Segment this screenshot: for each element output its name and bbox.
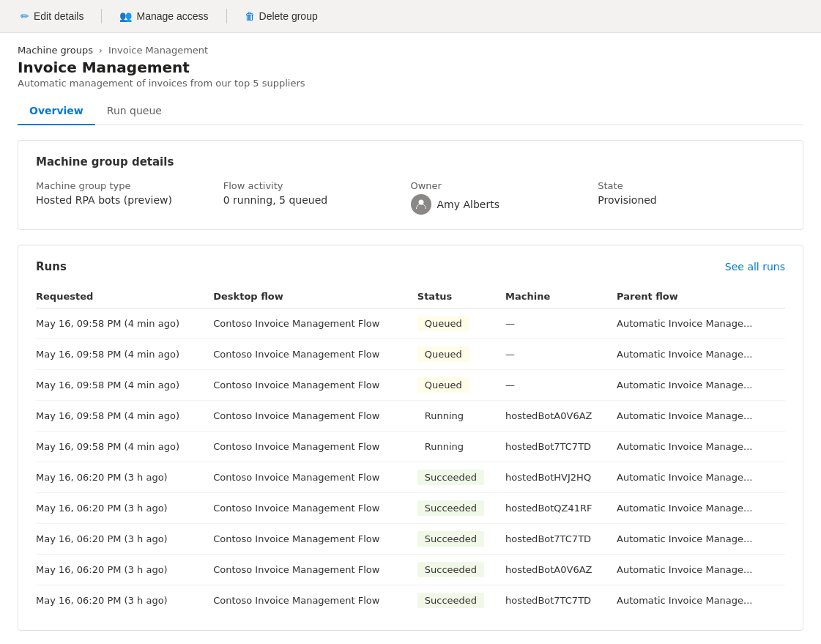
cell-desktop-flow: Contoso Invoice Management Flow — [213, 339, 417, 370]
table-row: May 16, 09:58 PM (4 min ago) Contoso Inv… — [36, 401, 785, 432]
see-all-runs-link[interactable]: See all runs — [725, 261, 785, 273]
table-row: May 16, 06:20 PM (3 h ago) Contoso Invoi… — [36, 555, 785, 585]
status-badge: Succeeded — [417, 562, 484, 577]
status-badge: Succeeded — [417, 500, 484, 516]
cell-requested: May 16, 09:58 PM (4 min ago) — [36, 308, 213, 339]
table-row: May 16, 09:58 PM (4 min ago) Contoso Inv… — [36, 339, 785, 370]
type-label: Machine group type — [36, 180, 223, 191]
machine-group-details-card: Machine group details Machine group type… — [18, 140, 803, 230]
type-value: Hosted RPA bots (preview) — [36, 194, 223, 206]
cell-status: Queued — [417, 370, 505, 401]
manage-access-label: Manage access — [136, 10, 208, 22]
state-label: State — [598, 180, 785, 191]
cell-status: Queued — [417, 308, 505, 339]
cell-machine: hostedBotA0V6AZ — [505, 555, 617, 585]
table-row: May 16, 06:20 PM (3 h ago) Contoso Invoi… — [36, 493, 785, 524]
cell-requested: May 16, 09:58 PM (4 min ago) — [36, 339, 213, 370]
cell-desktop-flow: Contoso Invoice Management Flow — [213, 462, 417, 493]
delete-group-button[interactable]: 🗑 Delete group — [236, 6, 327, 26]
breadcrumb-parent-link[interactable]: Machine groups — [18, 45, 93, 56]
owner-label: Owner — [411, 180, 598, 191]
edit-icon: ✏ — [21, 10, 29, 22]
cell-parent-flow: Automatic Invoice Manage... — [617, 432, 785, 462]
cell-status: Succeeded — [417, 462, 505, 493]
status-badge: Queued — [417, 316, 469, 331]
table-row: May 16, 09:58 PM (4 min ago) Contoso Inv… — [36, 370, 785, 401]
col-parent-flow: Parent flow — [617, 285, 785, 308]
col-status: Status — [417, 285, 505, 308]
page-header: Machine groups › Invoice Management Invo… — [0, 33, 821, 89]
cell-parent-flow: Automatic Invoice Manage... — [617, 462, 785, 493]
cell-parent-flow: Automatic Invoice Manage... — [617, 308, 785, 339]
cell-parent-flow: Automatic Invoice Manage... — [617, 401, 785, 432]
cell-desktop-flow: Contoso Invoice Management Flow — [213, 401, 417, 432]
tab-run-queue-label: Run queue — [107, 105, 162, 116]
cell-parent-flow: Automatic Invoice Manage... — [617, 339, 785, 370]
cell-machine: — — [505, 370, 617, 401]
flow-activity-label: Flow activity — [223, 180, 411, 191]
status-badge: Succeeded — [417, 470, 484, 485]
cell-requested: May 16, 06:20 PM (3 h ago) — [36, 555, 213, 585]
runs-table-header: Requested Desktop flow Status Machine Pa… — [36, 285, 785, 308]
runs-table: Requested Desktop flow Status Machine Pa… — [36, 285, 785, 615]
runs-card: Runs See all runs Requested Desktop flow… — [18, 245, 803, 631]
cell-machine: hostedBotA0V6AZ — [505, 401, 617, 432]
cell-machine: hostedBot7TC7TD — [505, 524, 617, 555]
status-badge: Queued — [417, 377, 469, 393]
cell-requested: May 16, 09:58 PM (4 min ago) — [36, 401, 213, 432]
col-desktop-flow: Desktop flow — [213, 285, 417, 308]
cell-requested: May 16, 09:58 PM (4 min ago) — [36, 432, 213, 462]
owner-value: Amy Alberts — [437, 199, 499, 210]
flow-activity-value: 0 running, 5 queued — [223, 194, 411, 206]
table-row: May 16, 06:20 PM (3 h ago) Contoso Invoi… — [36, 524, 785, 555]
tab-overview-label: Overview — [29, 105, 83, 116]
detail-type-col: Machine group type Hosted RPA bots (prev… — [36, 180, 223, 215]
delete-icon: 🗑 — [245, 10, 255, 22]
table-row: May 16, 06:20 PM (3 h ago) Contoso Invoi… — [36, 585, 785, 616]
cell-parent-flow: Automatic Invoice Manage... — [617, 585, 785, 616]
details-row: Machine group type Hosted RPA bots (prev… — [36, 180, 785, 215]
cell-machine: hostedBot7TC7TD — [505, 585, 617, 616]
delete-group-label: Delete group — [259, 10, 318, 22]
edit-details-label: Edit details — [34, 10, 83, 22]
cell-desktop-flow: Contoso Invoice Management Flow — [213, 308, 417, 339]
table-row: May 16, 06:20 PM (3 h ago) Contoso Invoi… — [36, 462, 785, 493]
cell-parent-flow: Automatic Invoice Manage... — [617, 555, 785, 585]
cell-desktop-flow: Contoso Invoice Management Flow — [213, 585, 417, 616]
breadcrumb-separator: › — [99, 45, 103, 56]
page-title: Invoice Management — [18, 59, 803, 76]
cell-status: Succeeded — [417, 524, 505, 555]
manage-access-button[interactable]: 👥 Manage access — [111, 6, 217, 26]
runs-table-body: May 16, 09:58 PM (4 min ago) Contoso Inv… — [36, 308, 785, 616]
cell-desktop-flow: Contoso Invoice Management Flow — [213, 555, 417, 585]
cell-status: Queued — [417, 339, 505, 370]
cell-status: Running — [417, 432, 505, 462]
header-row: Requested Desktop flow Status Machine Pa… — [36, 285, 785, 308]
page-subtitle: Automatic management of invoices from ou… — [18, 78, 803, 89]
tab-run-queue[interactable]: Run queue — [95, 97, 174, 125]
cell-desktop-flow: Contoso Invoice Management Flow — [213, 432, 417, 462]
cell-status: Succeeded — [417, 585, 505, 616]
machine-group-details-title: Machine group details — [36, 155, 785, 169]
edit-details-button[interactable]: ✏ Edit details — [12, 6, 92, 26]
manage-access-icon: 👥 — [119, 10, 132, 22]
status-badge: Running — [417, 439, 471, 454]
cell-requested: May 16, 06:20 PM (3 h ago) — [36, 585, 213, 616]
cell-requested: May 16, 06:20 PM (3 h ago) — [36, 462, 213, 493]
col-requested: Requested — [36, 285, 213, 308]
table-row: May 16, 09:58 PM (4 min ago) Contoso Inv… — [36, 308, 785, 339]
table-row: May 16, 09:58 PM (4 min ago) Contoso Inv… — [36, 432, 785, 462]
cell-desktop-flow: Contoso Invoice Management Flow — [213, 524, 417, 555]
cell-machine: hostedBotHVJ2HQ — [505, 462, 617, 493]
detail-owner-col: Owner Amy Alberts — [411, 180, 598, 215]
cell-requested: May 16, 06:20 PM (3 h ago) — [36, 493, 213, 524]
detail-flow-activity-col: Flow activity 0 running, 5 queued — [223, 180, 411, 215]
status-badge: Running — [417, 408, 471, 423]
toolbar-separator-1 — [101, 9, 102, 23]
cell-parent-flow: Automatic Invoice Manage... — [617, 370, 785, 401]
runs-header: Runs See all runs — [36, 260, 785, 273]
toolbar-separator-2 — [226, 9, 227, 23]
tab-overview[interactable]: Overview — [18, 97, 95, 125]
status-badge: Succeeded — [417, 531, 484, 547]
cell-machine: hostedBotQZ41RF — [505, 493, 617, 524]
